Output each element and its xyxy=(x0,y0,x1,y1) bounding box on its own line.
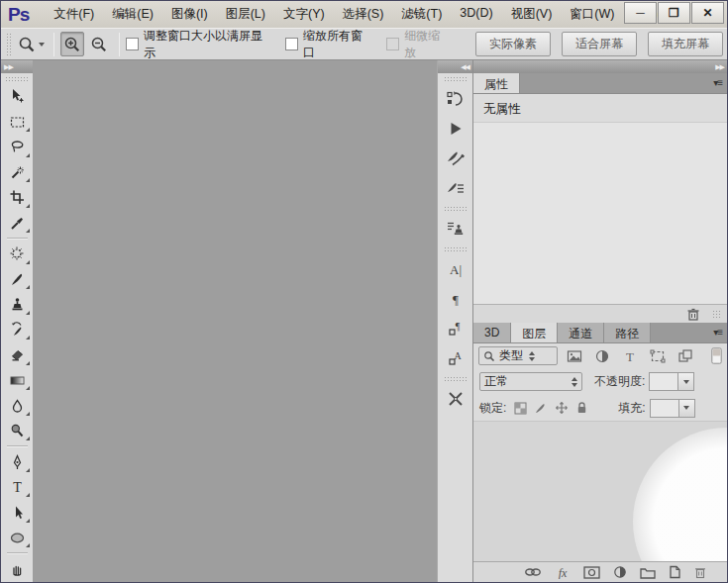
lock-pixels-icon[interactable] xyxy=(534,401,548,415)
lock-transparency-icon[interactable] xyxy=(514,402,527,415)
checkbox[interactable] xyxy=(126,38,139,50)
layers-list-area[interactable] xyxy=(473,422,727,561)
brush-tool[interactable] xyxy=(1,267,33,293)
dock-grip[interactable] xyxy=(444,76,468,81)
zoom-out-button[interactable] xyxy=(86,32,111,56)
options-grip[interactable] xyxy=(6,33,11,56)
dock-grip[interactable] xyxy=(444,246,468,251)
paragraph-panel-button[interactable]: ¶ xyxy=(438,284,472,314)
dock-expand-header[interactable]: ◀◀ xyxy=(438,60,472,73)
flyout-indicator xyxy=(26,285,30,289)
document-canvas[interactable] xyxy=(34,60,437,582)
rectangular-marquee-tool[interactable] xyxy=(1,109,33,135)
link-layers-icon[interactable] xyxy=(524,566,542,578)
history-brush-tool[interactable] xyxy=(1,318,33,343)
menu-select[interactable]: 选择(S) xyxy=(334,2,393,27)
pixel-layer-filter-icon[interactable] xyxy=(564,348,585,364)
delete-layer-icon[interactable] xyxy=(694,566,706,579)
tab-properties[interactable]: 属性 xyxy=(473,73,520,93)
close-button[interactable]: ✕ xyxy=(691,2,724,24)
filter-kind-dropdown[interactable]: 类型 xyxy=(478,346,558,365)
menu-3d[interactable]: 3D(D) xyxy=(451,2,501,27)
gradient-tool[interactable] xyxy=(1,368,33,394)
right-dock-collapse-header[interactable]: ▶▶ xyxy=(473,60,727,73)
minimize-button[interactable]: ─ xyxy=(624,2,657,24)
fit-screen-button[interactable]: 适合屏幕 xyxy=(562,32,637,56)
resize-windows-checkbox-group[interactable]: 调整窗口大小以满屏显示 xyxy=(126,28,271,61)
new-group-icon[interactable] xyxy=(640,566,656,579)
resize-grip[interactable] xyxy=(712,310,721,319)
checkbox[interactable] xyxy=(285,38,298,50)
titlebar: Ps 文件(F) 编辑(E) 图像(I) 图层(L) 文字(Y) 选择(S) 滤… xyxy=(1,1,727,28)
pen-tool[interactable] xyxy=(1,449,33,475)
actions-panel-button[interactable] xyxy=(438,114,472,144)
layer-style-icon[interactable]: fx xyxy=(555,566,571,579)
menu-filter[interactable]: 滤镜(T) xyxy=(392,2,451,27)
ellipse-tool[interactable] xyxy=(1,526,33,551)
zoom-all-windows-checkbox-group[interactable]: 缩放所有窗口 xyxy=(285,28,372,61)
smart-object-filter-icon[interactable] xyxy=(675,348,696,364)
dock-grip[interactable] xyxy=(444,376,468,381)
panel-menu-icon[interactable]: ▾≡ xyxy=(713,327,722,338)
tab-channels[interactable]: 通道 xyxy=(558,323,604,342)
tool-preset-picker[interactable] xyxy=(15,34,48,55)
blend-mode-dropdown[interactable]: 正常 xyxy=(479,372,582,391)
brush-panel-button[interactable] xyxy=(438,144,472,173)
actual-pixels-button[interactable]: 实际像素 xyxy=(475,32,551,56)
fill-screen-button[interactable]: 填充屏幕 xyxy=(648,32,723,56)
menu-window[interactable]: 窗口(W) xyxy=(561,2,623,27)
spot-healing-brush-tool[interactable] xyxy=(1,242,33,267)
tab-paths[interactable]: 路径 xyxy=(604,323,651,342)
adjustment-layer-filter-icon[interactable] xyxy=(591,348,613,364)
fill-combo[interactable] xyxy=(650,399,695,418)
zoom-in-button[interactable] xyxy=(60,32,85,56)
type-tool[interactable]: T xyxy=(1,475,33,501)
clone-stamp-tool[interactable] xyxy=(1,292,33,318)
opacity-combo[interactable] xyxy=(649,372,694,391)
menu-view[interactable]: 视图(V) xyxy=(502,2,562,27)
dodge-tool[interactable] xyxy=(1,419,33,444)
lock-all-icon[interactable] xyxy=(575,401,588,415)
history-panel-button[interactable] xyxy=(438,84,472,114)
new-layer-icon[interactable] xyxy=(669,565,681,579)
quick-selection-tool[interactable] xyxy=(1,160,33,186)
lasso-tool[interactable] xyxy=(1,135,33,160)
brush-presets-panel-button[interactable] xyxy=(438,173,472,203)
menu-file[interactable]: 文件(F) xyxy=(45,2,103,27)
toolbox-collapse-header[interactable]: ▶▶ xyxy=(1,60,33,73)
fill-dropdown-button[interactable] xyxy=(679,399,695,418)
hand-tool[interactable] xyxy=(1,556,33,582)
opacity-dropdown-button[interactable] xyxy=(678,372,694,391)
add-layer-mask-icon[interactable] xyxy=(583,566,600,579)
toolbox-grip[interactable] xyxy=(5,76,29,81)
filter-toggle-switch[interactable] xyxy=(711,347,722,364)
maximize-button[interactable]: ❒ xyxy=(658,2,690,24)
crop-tool[interactable] xyxy=(1,185,33,211)
blur-tool[interactable] xyxy=(1,393,33,419)
tab-layers[interactable]: 图层 xyxy=(511,323,558,342)
clone-source-panel-button[interactable] xyxy=(438,214,472,243)
path-selection-tool[interactable] xyxy=(1,500,33,526)
tool-options-bar: 调整窗口大小以满屏显示 缩放所有窗口 细微缩放 实际像素 适合屏幕 填充屏幕 xyxy=(1,28,727,60)
panel-menu-icon[interactable]: ▾≡ xyxy=(713,77,722,88)
move-tool[interactable] xyxy=(1,84,33,110)
eyedropper-tool[interactable] xyxy=(1,211,33,237)
dock-grip[interactable] xyxy=(444,206,468,211)
eraser-tool[interactable] xyxy=(1,342,33,368)
lock-position-icon[interactable] xyxy=(555,401,569,415)
tab-3d[interactable]: 3D xyxy=(473,323,511,342)
character-styles-panel-button[interactable]: A xyxy=(438,343,472,373)
character-panel-button[interactable]: A| xyxy=(438,254,472,284)
menu-image[interactable]: 图像(I) xyxy=(162,2,217,27)
menu-edit[interactable]: 编辑(E) xyxy=(103,2,162,27)
shape-layer-filter-icon[interactable] xyxy=(647,348,669,364)
type-layer-filter-icon[interactable]: T xyxy=(619,348,641,364)
menu-layer[interactable]: 图层(L) xyxy=(217,2,274,27)
menu-type[interactable]: 文字(Y) xyxy=(274,2,334,27)
new-adjustment-layer-icon[interactable] xyxy=(613,565,627,579)
paragraph-styles-panel-button[interactable]: ¶ xyxy=(438,314,472,343)
opacity-value[interactable] xyxy=(649,372,678,391)
fill-value[interactable] xyxy=(650,399,679,418)
tool-presets-panel-button[interactable] xyxy=(438,384,472,414)
trash-icon[interactable] xyxy=(686,308,700,321)
